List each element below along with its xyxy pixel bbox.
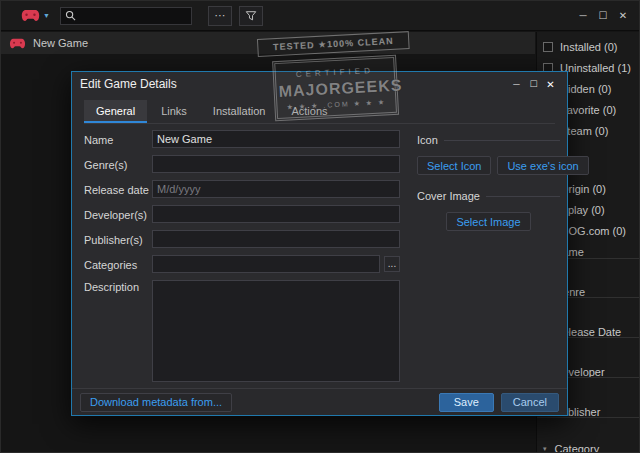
gamepad-icon xyxy=(9,38,26,49)
select-icon-button[interactable]: Select Icon xyxy=(417,156,491,175)
use-exe-icon-button[interactable]: Use exe's icon xyxy=(497,156,588,175)
name-field[interactable] xyxy=(152,130,400,148)
filter-label: GOG.com (0) xyxy=(560,225,626,237)
separator xyxy=(537,417,639,418)
icon-header-label: Icon xyxy=(417,134,438,146)
minimize-button[interactable]: ─ xyxy=(573,10,593,21)
game-title: New Game xyxy=(33,37,88,49)
separator xyxy=(486,196,560,197)
icon-buttons: Select Icon Use exe's icon xyxy=(417,156,560,175)
form-row-genres: Genre(s) xyxy=(84,155,416,173)
separator xyxy=(444,140,560,141)
funnel-icon xyxy=(245,10,257,22)
cover-image-section-header: Cover Image xyxy=(417,190,560,202)
search-box[interactable] xyxy=(60,7,192,25)
name-label: Name xyxy=(84,133,152,146)
filter-installed[interactable]: Installed (0) xyxy=(543,39,617,55)
genres-field[interactable] xyxy=(152,155,400,173)
tab-general[interactable]: General xyxy=(84,100,147,123)
app-window: ▼ ⋯ ─ ☐ ✕ New Game xyxy=(0,0,640,453)
general-form: Name Genre(s) Release date Developer(s) … xyxy=(84,130,416,389)
filter-label: Installed (0) xyxy=(560,41,617,53)
release-date-label: Release date xyxy=(84,183,152,196)
main-titlebar: ▼ ⋯ ─ ☐ ✕ xyxy=(1,1,639,31)
filter-label: Favorite (0) xyxy=(560,104,616,116)
search-icon xyxy=(65,10,76,21)
tab-links[interactable]: Links xyxy=(149,100,199,123)
categories-browse-button[interactable]: ... xyxy=(384,256,400,272)
form-row-publishers: Publisher(s) xyxy=(84,230,416,248)
dialog-footer: Download metadata from... Save Cancel xyxy=(72,388,567,415)
save-button[interactable]: Save xyxy=(439,393,494,412)
filter-label: Uninstalled (1) xyxy=(560,62,631,74)
form-row-name: Name xyxy=(84,130,416,148)
filter-button[interactable] xyxy=(239,6,263,26)
release-date-field[interactable] xyxy=(152,180,400,198)
dialog-close-button[interactable]: ✕ xyxy=(542,79,559,90)
developers-label: Developer(s) xyxy=(84,208,152,221)
search-input[interactable] xyxy=(79,10,187,22)
description-field[interactable] xyxy=(152,280,400,382)
maximize-button[interactable]: ☐ xyxy=(593,10,613,21)
description-label: Description xyxy=(84,280,152,293)
publishers-field[interactable] xyxy=(152,230,400,248)
icon-section-header: Icon xyxy=(417,134,560,146)
genres-label: Genre(s) xyxy=(84,158,152,171)
gamepad-icon-svg xyxy=(21,9,40,22)
section-label: Category xyxy=(555,443,600,453)
publishers-label: Publisher(s) xyxy=(84,233,152,246)
categories-field[interactable] xyxy=(152,255,380,273)
chevron-down-icon: ▾ xyxy=(543,445,547,453)
form-row-categories: Categories ... xyxy=(84,255,416,273)
dialog-title: Edit Game Details xyxy=(80,77,508,91)
tab-actions[interactable]: Actions xyxy=(279,100,339,123)
developers-field[interactable] xyxy=(152,205,400,223)
dialog-minimize-button[interactable]: ─ xyxy=(508,79,525,89)
dialog-tab-bar: General Links Installation Actions xyxy=(84,100,555,124)
window-controls: ─ ☐ ✕ xyxy=(573,10,633,21)
tab-installation[interactable]: Installation xyxy=(201,100,278,123)
download-metadata-button[interactable]: Download metadata from... xyxy=(80,393,232,412)
cancel-button[interactable]: Cancel xyxy=(501,393,559,412)
edit-game-details-dialog: Edit Game Details ─ ☐ ✕ General Links In… xyxy=(71,71,568,416)
section-category[interactable]: ▾Category xyxy=(543,442,599,453)
dialog-maximize-button[interactable]: ☐ xyxy=(525,79,542,89)
form-row-release-date: Release date xyxy=(84,180,416,198)
library-dropdown-chevron-icon[interactable]: ▼ xyxy=(43,12,50,19)
close-button[interactable]: ✕ xyxy=(613,10,633,21)
cover-image-header-label: Cover Image xyxy=(417,190,480,202)
select-image-button[interactable]: Select Image xyxy=(446,212,530,231)
checkbox[interactable] xyxy=(543,42,553,52)
more-options-button[interactable]: ⋯ xyxy=(208,6,232,26)
categories-label: Categories xyxy=(84,258,152,271)
gamepad-icon[interactable] xyxy=(21,9,40,22)
media-column: Icon Select Icon Use exe's icon Cover Im… xyxy=(417,134,560,231)
dialog-titlebar: Edit Game Details ─ ☐ ✕ xyxy=(72,72,567,96)
game-list-item[interactable]: New Game xyxy=(1,32,535,54)
form-row-description: Description xyxy=(84,280,416,382)
form-row-developers: Developer(s) xyxy=(84,205,416,223)
